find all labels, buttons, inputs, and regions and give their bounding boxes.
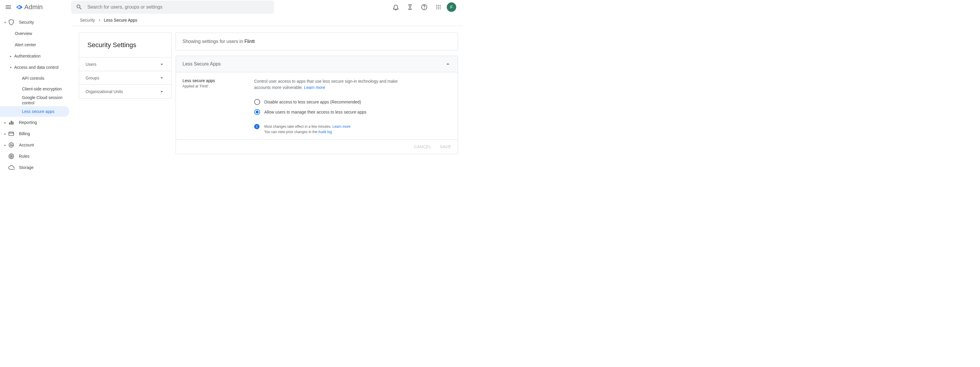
lsa-card-body: Less secure apps Applied at 'Flintt' Con…: [176, 72, 458, 139]
sidebar-item-label: Security: [19, 20, 34, 25]
chevron-down-icon: ▾: [10, 66, 14, 69]
sidebar-item-authentication[interactable]: ▸ Authentication: [0, 50, 72, 62]
bell-icon: [392, 3, 399, 11]
filter-label: Organizational Units: [86, 89, 123, 94]
radio-label: Allow users to manage their access to le…: [264, 110, 366, 115]
lsa-description: Control user access to apps that use les…: [254, 78, 402, 91]
sidebar-item-alert-center[interactable]: Alert center: [0, 39, 72, 50]
sidebar-item-less-secure-apps[interactable]: Less secure apps: [0, 106, 69, 117]
chevron-right-icon: [97, 18, 102, 22]
brand-logo[interactable]: Admin: [15, 3, 43, 11]
audit-log-link[interactable]: Audit log: [318, 130, 332, 134]
at-sign-icon: [8, 142, 15, 148]
sidebar-item-access-data-control[interactable]: ▾ Access and data control: [0, 62, 72, 73]
hourglass-icon: [407, 4, 413, 10]
apps-grid-icon: [436, 4, 441, 10]
filter-org-units[interactable]: Organizational Units: [79, 85, 171, 99]
sidebar-item-overview[interactable]: Overview: [0, 28, 72, 39]
sidebar-item-account[interactable]: ▸ Account: [0, 139, 72, 151]
account-avatar[interactable]: F: [447, 2, 456, 12]
scope-prefix: Showing settings for users in: [183, 39, 244, 44]
chevron-right-icon: ▸: [10, 54, 14, 58]
sidebar-item-rules[interactable]: Rules: [0, 151, 72, 162]
settings-scope-panel: Security Settings Users Groups Organizat…: [79, 33, 172, 99]
scope-org-name: Flintt: [244, 39, 255, 44]
lsa-info-note: i Most changes take effect in a few minu…: [254, 124, 402, 136]
filter-label: Users: [86, 62, 97, 67]
main-menu-button[interactable]: [2, 1, 14, 13]
shield-icon: [8, 19, 15, 26]
apps-button[interactable]: [433, 1, 444, 13]
lsa-setting-meta: Less secure apps Applied at 'Flintt': [183, 78, 252, 136]
lsa-setting-name: Less secure apps: [183, 78, 252, 83]
lsa-setting-controls: Control user access to apps that use les…: [254, 78, 402, 136]
svg-point-10: [440, 8, 441, 9]
search-bar[interactable]: [71, 1, 274, 14]
svg-rect-11: [9, 123, 10, 124]
help-button[interactable]: [418, 1, 430, 13]
sidebar-item-billing[interactable]: ▸ Billing: [0, 128, 72, 139]
app-header: Admin F: [0, 0, 462, 14]
sidebar-item-storage[interactable]: Storage: [0, 162, 72, 173]
sidebar-item-label: Overview: [15, 31, 32, 36]
breadcrumb-current: Less Secure Apps: [104, 18, 137, 22]
search-icon: [76, 3, 83, 11]
credit-card-icon: [8, 131, 15, 137]
svg-rect-13: [13, 122, 14, 125]
sidebar-item-gcloud-session[interactable]: Google Cloud session control: [0, 94, 72, 106]
bar-chart-icon: [8, 119, 15, 126]
sidebar-item-label: Billing: [19, 131, 30, 136]
search-input[interactable]: [88, 5, 269, 10]
sidebar-item-security[interactable]: ▾ Security: [0, 17, 72, 28]
lsa-card-footer: CANCEL SAVE: [176, 139, 458, 154]
svg-point-3: [438, 5, 439, 6]
sidebar-item-label: Reporting: [19, 120, 37, 125]
learn-more-link[interactable]: Learn more: [304, 85, 325, 90]
sidebar-item-label: Alert center: [15, 42, 36, 47]
chevron-down-icon: [159, 61, 165, 67]
filter-groups[interactable]: Groups: [79, 71, 171, 85]
svg-point-5: [436, 6, 437, 7]
sidebar-item-label: Authentication: [14, 54, 41, 58]
sidebar-item-label: Account: [19, 143, 34, 147]
sidebar-item-api-controls[interactable]: API controls: [0, 73, 72, 84]
sidebar-item-client-side-encryption[interactable]: Client-side encryption: [0, 84, 72, 94]
radio-allow-manage[interactable]: Allow users to manage their access to le…: [254, 109, 402, 115]
svg-point-6: [438, 6, 439, 7]
cancel-button[interactable]: CANCEL: [414, 144, 432, 149]
radio-disable-access[interactable]: Disable access to less secure apps (Reco…: [254, 99, 402, 105]
chevron-down-icon: [159, 75, 165, 81]
breadcrumb: Security Less Secure Apps: [72, 14, 462, 26]
brand-name: Admin: [24, 3, 43, 11]
svg-point-7: [440, 6, 441, 7]
tasks-button[interactable]: [404, 1, 416, 13]
main-content: Security Less Secure Apps Security Setti…: [72, 14, 462, 173]
help-icon: [421, 3, 428, 11]
sidebar-item-label: Less secure apps: [22, 109, 54, 114]
chevron-down-icon: ▾: [3, 21, 6, 24]
less-secure-apps-card: Less Secure Apps Less secure apps Applie…: [176, 56, 458, 154]
breadcrumb-security[interactable]: Security: [80, 18, 95, 22]
svg-point-16: [10, 144, 12, 146]
sidebar-item-label: Storage: [19, 165, 33, 170]
svg-point-2: [436, 5, 437, 6]
lsa-card-header[interactable]: Less Secure Apps: [176, 56, 458, 72]
sidebar-item-reporting[interactable]: ▸ Reporting: [0, 117, 72, 128]
admin-logo-icon: [15, 3, 23, 11]
svg-point-9: [438, 8, 439, 9]
filter-users[interactable]: Users: [79, 57, 171, 71]
svg-rect-14: [9, 132, 14, 136]
settings-detail-column: Showing settings for users in Flintt Les…: [176, 33, 458, 154]
svg-rect-12: [11, 121, 12, 125]
learn-more-link[interactable]: Learn more: [332, 124, 350, 129]
header-actions: F: [390, 1, 460, 13]
notifications-button[interactable]: [390, 1, 402, 13]
save-button[interactable]: SAVE: [440, 144, 451, 149]
chevron-up-icon: [445, 61, 451, 67]
chevron-right-icon: ▸: [3, 144, 6, 147]
sidebar-item-label: Rules: [19, 154, 30, 159]
svg-point-19: [11, 156, 12, 157]
svg-point-4: [440, 5, 441, 6]
info-icon: i: [254, 124, 259, 129]
sidebar-nav: ▾ Security Overview Alert center ▸ Authe…: [0, 14, 72, 173]
